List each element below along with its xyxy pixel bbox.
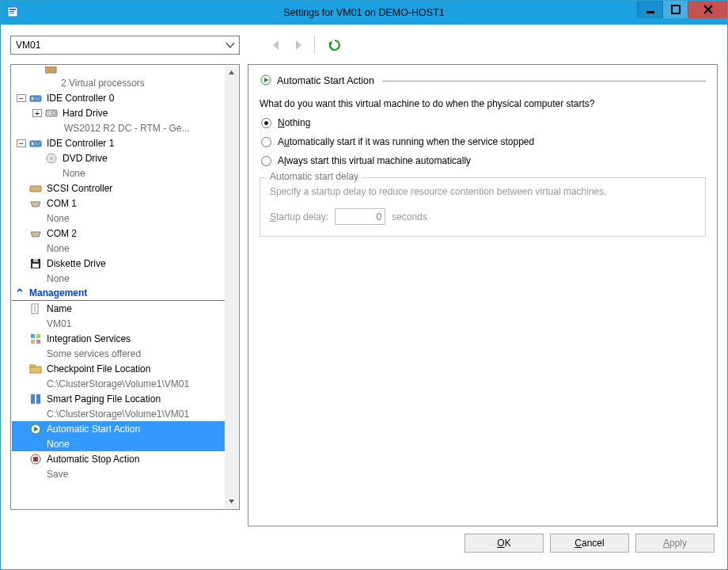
svg-rect-31 bbox=[30, 365, 35, 367]
radio-always[interactable]: Always start this virtual machine automa… bbox=[261, 155, 706, 166]
svg-rect-32 bbox=[31, 394, 35, 404]
dvd-icon bbox=[45, 152, 58, 165]
tree-item-diskette[interactable]: Diskette Drive bbox=[12, 256, 225, 271]
tree-item-com1-sub: None bbox=[12, 211, 225, 226]
settings-tree-panel: 2 Virtual processors − IDE Controller 0 … bbox=[10, 64, 240, 510]
radio-nothing[interactable]: Nothing bbox=[261, 117, 706, 128]
start-delay-groupbox: Automatic start delay Specify a startup … bbox=[260, 177, 706, 237]
detail-panel: Automatic Start Action What do you want … bbox=[248, 64, 718, 526]
close-button[interactable] bbox=[688, 1, 727, 18]
toolbar-separator bbox=[314, 36, 315, 54]
tree-item-scsi[interactable]: SCSI Controller bbox=[12, 180, 225, 196]
tree-item-smartpaging[interactable]: Smart Paging File Location bbox=[12, 391, 225, 406]
svg-rect-23 bbox=[32, 264, 39, 268]
com-port-icon bbox=[29, 197, 42, 210]
tree-item-integration-services[interactable]: Integration Services bbox=[12, 331, 225, 346]
paging-icon bbox=[29, 393, 42, 405]
tree-item-dvd[interactable]: DVD Drive bbox=[12, 150, 225, 165]
svg-point-19 bbox=[51, 157, 53, 159]
cancel-button[interactable]: Cancel bbox=[550, 534, 629, 553]
autostop-icon bbox=[29, 453, 42, 466]
tree-item-dvd-sub: None bbox=[12, 165, 225, 180]
integration-icon bbox=[29, 332, 42, 345]
app-icon bbox=[7, 6, 20, 21]
dialog-buttons: OK Cancel Apply bbox=[10, 526, 718, 560]
tree-item-name[interactable]: Name bbox=[12, 301, 225, 316]
svg-rect-26 bbox=[31, 334, 35, 338]
ok-button[interactable]: OK bbox=[464, 534, 544, 553]
svg-rect-5 bbox=[672, 6, 680, 13]
name-icon bbox=[29, 302, 42, 315]
nav-back-button[interactable] bbox=[268, 37, 284, 53]
svg-marker-39 bbox=[229, 500, 234, 504]
svg-rect-29 bbox=[36, 340, 40, 344]
radio-nothing-label: othing bbox=[285, 117, 311, 128]
toolbar: VM01 bbox=[10, 32, 718, 58]
scrollbar-up-button[interactable] bbox=[225, 66, 238, 79]
tree-item-autostop-sub: Save bbox=[12, 466, 225, 481]
scsi-icon bbox=[29, 182, 42, 195]
tree-item-ide0[interactable]: − IDE Controller 0 bbox=[12, 90, 225, 105]
startup-delay-unit: seconds bbox=[392, 211, 427, 222]
tree-item-com1[interactable]: COM 1 bbox=[12, 196, 225, 211]
cpu-icon bbox=[45, 66, 58, 75]
refresh-button[interactable] bbox=[326, 36, 343, 54]
tree-item-processors[interactable] bbox=[12, 66, 225, 75]
tree-item-checkpoint[interactable]: Checkpoint File Location bbox=[12, 361, 225, 376]
question-text: What do you want this virtual machine to… bbox=[260, 98, 706, 109]
autostart-title-icon bbox=[260, 74, 272, 89]
management-header[interactable]: ⌃ Management bbox=[12, 286, 225, 301]
svg-rect-3 bbox=[9, 13, 14, 13]
chevron-down-icon bbox=[225, 40, 236, 53]
svg-marker-9 bbox=[296, 40, 301, 50]
svg-rect-2 bbox=[9, 11, 14, 12]
tree-scrollbar[interactable] bbox=[225, 66, 238, 508]
tree-item-hard-drive-sub: WS2012 R2 DC - RTM - Ge... bbox=[12, 120, 225, 135]
tree-item-name-sub: VM01 bbox=[12, 316, 225, 331]
controller-icon bbox=[29, 92, 42, 104]
scrollbar-down-button[interactable] bbox=[225, 495, 238, 508]
tree-item-processors-sub: 2 Virtual processors bbox=[12, 75, 225, 90]
startup-delay-label: Startup delay: bbox=[270, 211, 328, 222]
vm-selector[interactable]: VM01 bbox=[10, 36, 240, 55]
radio-icon[interactable] bbox=[261, 118, 271, 128]
svg-rect-11 bbox=[45, 66, 56, 73]
tree-item-com2-sub: None bbox=[12, 241, 225, 256]
collapse-icon[interactable]: − bbox=[17, 94, 26, 102]
window-title: Settings for VM01 on DEMO-HOST1 bbox=[283, 7, 445, 18]
settings-tree[interactable]: 2 Virtual processors − IDE Controller 0 … bbox=[12, 66, 225, 508]
nav-forward-button[interactable] bbox=[290, 37, 306, 53]
tree-item-autostart[interactable]: Automatic Start Action None bbox=[12, 421, 225, 451]
svg-marker-38 bbox=[229, 70, 234, 74]
section-rule bbox=[382, 81, 706, 82]
window: Settings for VM01 on DEMO-HOST1 VM01 bbox=[0, 0, 728, 570]
detail-title: Automatic Start Action bbox=[277, 75, 374, 86]
svg-rect-17 bbox=[32, 142, 33, 145]
tree-item-autostop[interactable]: Automatic Stop Action bbox=[12, 451, 225, 466]
diskette-icon bbox=[29, 257, 42, 270]
apply-button[interactable]: Apply bbox=[635, 534, 715, 553]
tree-item-com2[interactable]: COM 2 bbox=[12, 226, 225, 241]
hard-drive-icon bbox=[45, 107, 58, 120]
expand-icon[interactable]: + bbox=[32, 109, 42, 117]
tree-item-hard-drive[interactable]: + Hard Drive bbox=[12, 105, 225, 120]
tree-item-ide1[interactable]: − IDE Controller 1 bbox=[12, 135, 225, 150]
tree-item-checkpoint-sub: C:\ClusterStorage\Volume1\VM01 bbox=[12, 376, 225, 391]
svg-rect-37 bbox=[33, 457, 38, 462]
tree-item-integration-sub: Some services offered bbox=[12, 346, 225, 361]
radio-auto-if-running[interactable]: Automatically start if it was running wh… bbox=[261, 136, 706, 147]
svg-rect-28 bbox=[31, 340, 35, 344]
titlebar[interactable]: Settings for VM01 on DEMO-HOST1 bbox=[1, 1, 727, 25]
groupbox-description: Specify a startup delay to reduce resour… bbox=[270, 186, 696, 197]
radio-icon[interactable] bbox=[261, 137, 271, 147]
radio-icon[interactable] bbox=[261, 156, 271, 166]
startup-delay-input[interactable] bbox=[335, 208, 385, 225]
collapse-icon[interactable]: − bbox=[17, 139, 26, 147]
minimize-button[interactable] bbox=[637, 1, 662, 18]
autostart-icon bbox=[29, 423, 42, 435]
svg-rect-13 bbox=[32, 97, 33, 100]
section-collapse-icon: ⌃ bbox=[15, 287, 25, 299]
maximize-button[interactable] bbox=[662, 1, 688, 18]
svg-rect-33 bbox=[36, 394, 40, 404]
svg-rect-4 bbox=[646, 11, 654, 13]
